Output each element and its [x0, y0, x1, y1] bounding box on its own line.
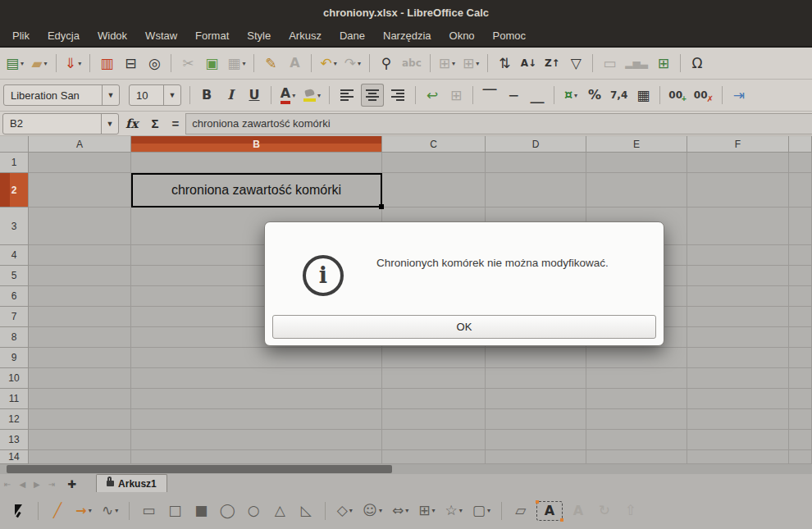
- cell-G2[interactable]: [789, 173, 812, 207]
- curve-button[interactable]: ∿▾: [99, 499, 121, 522]
- ok-button[interactable]: OK: [272, 315, 656, 339]
- italic-button[interactable]: I: [220, 84, 241, 107]
- sum-button[interactable]: Σ: [144, 116, 165, 130]
- export-pdf-button[interactable]: ▥: [96, 52, 117, 75]
- cell-B11[interactable]: [131, 389, 382, 409]
- dropdown-arrow-icon[interactable]: ▾: [21, 60, 24, 67]
- cell-B14[interactable]: [131, 450, 382, 464]
- cell-A14[interactable]: [29, 450, 131, 464]
- formula-input-line[interactable]: chroniona zawartość komórki: [185, 113, 812, 135]
- special-character-button[interactable]: Ω: [687, 52, 708, 75]
- dropdown-arrow-icon[interactable]: ▾: [574, 92, 577, 99]
- dropdown-arrow-icon[interactable]: ▾: [44, 60, 48, 67]
- sheet-tab-arkusz1[interactable]: Arkusz1: [96, 474, 167, 492]
- cell-F3[interactable]: [687, 207, 789, 245]
- dropdown-arrow-icon[interactable]: ▾: [476, 60, 479, 67]
- select-all-corner[interactable]: [0, 136, 29, 153]
- ellipse-button[interactable]: ◯: [217, 499, 238, 522]
- font-color-button[interactable]: A▾: [277, 84, 299, 107]
- print-button[interactable]: ⊟: [120, 52, 141, 75]
- isosceles-triangle-button[interactable]: △: [269, 499, 290, 522]
- autofilter-button[interactable]: ▽: [565, 52, 586, 75]
- name-box[interactable]: B2 ▼: [2, 113, 119, 135]
- sort-ascending-button[interactable]: A↓: [518, 52, 539, 75]
- cell-F12[interactable]: [687, 409, 789, 430]
- rectangle-button[interactable]: ▭: [138, 499, 159, 522]
- add-sheet-button[interactable]: ✚: [59, 476, 84, 492]
- row-header-6[interactable]: 6: [0, 286, 29, 307]
- delete-decimal-button[interactable]: 00✗: [691, 84, 716, 107]
- cell-C11[interactable]: [382, 389, 486, 409]
- cell-F4[interactable]: [687, 245, 789, 266]
- cell-G8[interactable]: [789, 327, 812, 348]
- align-bottom-button[interactable]: ⎽: [527, 84, 548, 107]
- highlight-color-button[interactable]: ▾: [301, 84, 323, 107]
- cell-F6[interactable]: [687, 286, 789, 307]
- cell-A5[interactable]: [29, 266, 131, 286]
- row-header-12[interactable]: 12: [0, 409, 29, 430]
- cell-A8[interactable]: [29, 327, 131, 348]
- cell-D12[interactable]: [486, 409, 586, 430]
- line-button[interactable]: ╱: [47, 499, 68, 522]
- menu-widok[interactable]: Widok: [89, 26, 136, 45]
- wrap-text-button[interactable]: ↩: [422, 84, 443, 107]
- undo-button[interactable]: ↶▾: [317, 52, 339, 75]
- cell-A1[interactable]: [29, 153, 131, 173]
- cell-B1[interactable]: [131, 153, 382, 173]
- cell-C14[interactable]: [382, 450, 486, 464]
- cell-F13[interactable]: [687, 430, 789, 450]
- cell-D13[interactable]: [486, 430, 586, 450]
- cell-D2[interactable]: [486, 173, 586, 207]
- menu-dane[interactable]: Dane: [331, 26, 374, 45]
- dropdown-arrow-icon[interactable]: ▾: [432, 507, 436, 514]
- cell-C9[interactable]: [382, 348, 486, 368]
- cell-D10[interactable]: [486, 368, 586, 389]
- cell-F10[interactable]: [687, 368, 789, 389]
- cell-E2[interactable]: [586, 173, 687, 207]
- cell-G11[interactable]: [789, 389, 812, 409]
- cell-G5[interactable]: [789, 266, 812, 286]
- filled-square-button[interactable]: ■: [190, 499, 212, 522]
- chevron-down-icon[interactable]: ▼: [163, 85, 180, 105]
- cell-A6[interactable]: [29, 286, 131, 307]
- cell-B13[interactable]: [131, 430, 382, 450]
- cell-G10[interactable]: [789, 368, 812, 389]
- cell-G12[interactable]: [789, 409, 812, 430]
- sort-button[interactable]: ⇅: [494, 52, 515, 75]
- cell-F1[interactable]: [687, 153, 789, 173]
- menu-arkusz[interactable]: Arkusz: [280, 26, 331, 45]
- row-header-3[interactable]: 3: [0, 207, 29, 245]
- sort-descending-button[interactable]: Z↑: [541, 52, 563, 75]
- cell-E14[interactable]: [586, 450, 687, 464]
- selection-handle[interactable]: [379, 204, 384, 209]
- dropdown-arrow-icon[interactable]: ▾: [317, 92, 321, 99]
- row-header-1[interactable]: 1: [0, 153, 29, 173]
- basic-shapes-button[interactable]: ◇▾: [334, 499, 355, 522]
- percent-button[interactable]: %: [584, 84, 605, 107]
- column-header-E[interactable]: E: [586, 136, 687, 153]
- row-header-2[interactable]: 2: [0, 173, 29, 207]
- align-top-button[interactable]: ⎺: [479, 84, 500, 107]
- cell-E10[interactable]: [586, 368, 687, 389]
- cell-F7[interactable]: [687, 307, 789, 327]
- menu-okno[interactable]: Okno: [440, 26, 484, 45]
- arrow-button[interactable]: →▾: [73, 499, 94, 522]
- menu-format[interactable]: Format: [186, 26, 238, 45]
- column-header-overflow[interactable]: [789, 136, 812, 153]
- callouts-button[interactable]: ▢▾: [470, 499, 493, 522]
- cell-D11[interactable]: [486, 389, 586, 409]
- column-header-C[interactable]: C: [382, 136, 486, 153]
- column-header-F[interactable]: F: [687, 136, 789, 153]
- column-header-D[interactable]: D: [486, 136, 586, 153]
- dropdown-arrow-icon[interactable]: ▾: [242, 60, 245, 67]
- add-decimal-button[interactable]: 00+: [666, 84, 689, 107]
- currency-button[interactable]: ¤▾: [560, 84, 582, 107]
- square-button[interactable]: □: [164, 499, 185, 522]
- cell-A10[interactable]: [29, 368, 131, 389]
- chevron-down-icon[interactable]: ▼: [102, 85, 119, 105]
- dropdown-arrow-icon[interactable]: ▾: [358, 60, 361, 67]
- cell-A3[interactable]: [29, 207, 131, 245]
- cell-A13[interactable]: [29, 430, 131, 450]
- cell-F11[interactable]: [687, 389, 789, 409]
- align-left-button[interactable]: [335, 84, 358, 107]
